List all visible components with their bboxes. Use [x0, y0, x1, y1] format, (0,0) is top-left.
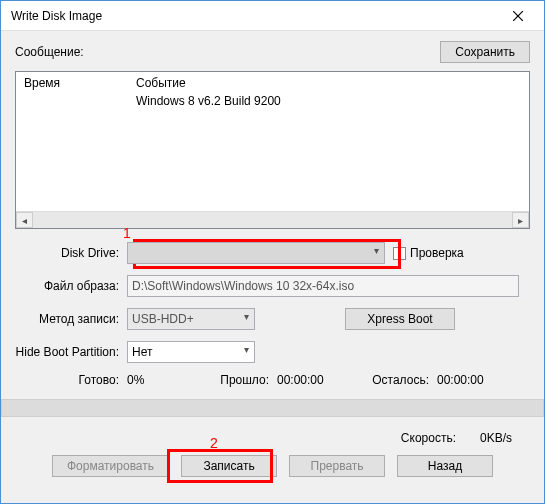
disk-drive-label: Disk Drive:	[15, 246, 127, 260]
window-title: Write Disk Image	[11, 9, 498, 23]
remaining-value: 00:00:00	[437, 373, 484, 387]
format-button[interactable]: Форматировать	[52, 455, 169, 477]
image-file-input[interactable]	[127, 275, 519, 297]
bottom-area: Скорость: 0KB/s 2 Форматировать Записать…	[15, 431, 530, 477]
form-area: 1 Disk Drive: Проверка Файл образа:	[15, 241, 530, 387]
ready-value: 0%	[127, 373, 207, 387]
progress-bar	[1, 399, 544, 417]
verify-label: Проверка	[410, 246, 464, 260]
write-method-label: Метод записи:	[15, 312, 127, 326]
close-button[interactable]	[498, 2, 538, 30]
log-event-row: Windows 8 v6.2 Build 9200	[136, 94, 521, 108]
elapsed-value: 00:00:00	[277, 373, 367, 387]
hide-partition-select[interactable]: Нет	[127, 341, 255, 363]
hide-partition-label: Hide Boot Partition:	[15, 345, 127, 359]
window: Write Disk Image Сообщение: Сохранить Вр…	[0, 0, 545, 504]
verify-checkbox-group[interactable]: Проверка	[393, 246, 464, 260]
speed-value: 0KB/s	[480, 431, 530, 445]
status-row: Готово: 0% Прошло: 00:00:00 Осталось: 00…	[15, 373, 530, 387]
write-button[interactable]: Записать	[181, 455, 277, 477]
scroll-track[interactable]	[33, 212, 512, 228]
back-button[interactable]: Назад	[397, 455, 493, 477]
disk-drive-select[interactable]	[127, 242, 385, 264]
xpress-boot-button[interactable]: Xpress Boot	[345, 308, 455, 330]
message-log: Время Событие Windows 8 v6.2 Build 9200 …	[15, 71, 530, 229]
scroll-left-icon[interactable]: ◂	[16, 212, 33, 228]
close-icon	[513, 11, 523, 21]
abort-button[interactable]: Прервать	[289, 455, 385, 477]
write-method-select[interactable]: USB-HDD+	[127, 308, 255, 330]
scroll-right-icon[interactable]: ▸	[512, 212, 529, 228]
ready-label: Готово:	[15, 373, 127, 387]
button-row: 2 Форматировать Записать Прервать Назад	[15, 455, 530, 477]
save-button[interactable]: Сохранить	[440, 41, 530, 63]
elapsed-label: Прошло:	[207, 373, 277, 387]
remaining-label: Осталось:	[367, 373, 437, 387]
verify-checkbox[interactable]	[393, 247, 406, 260]
content-area: Сообщение: Сохранить Время Событие Windo…	[1, 31, 544, 503]
titlebar: Write Disk Image	[1, 1, 544, 31]
log-header-time: Время	[24, 76, 120, 90]
image-file-label: Файл образа:	[15, 279, 127, 293]
speed-label: Скорость:	[401, 431, 456, 445]
log-header-event: Событие	[136, 76, 521, 90]
messages-label: Сообщение:	[15, 45, 84, 59]
horizontal-scrollbar[interactable]: ◂ ▸	[16, 211, 529, 228]
